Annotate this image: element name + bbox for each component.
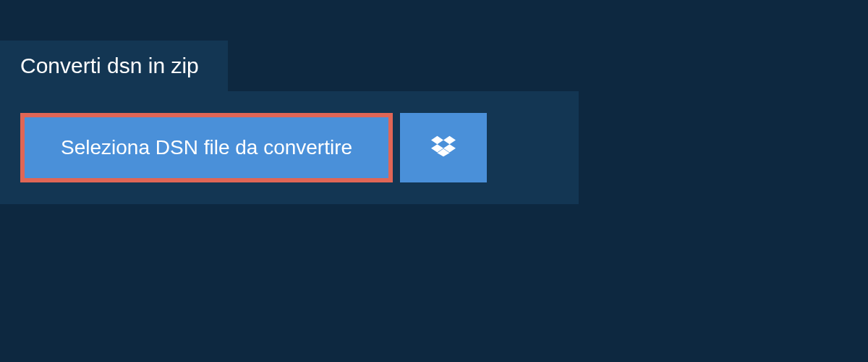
select-file-button[interactable]: Seleziona DSN file da convertire [20,113,393,182]
tab-label: Converti dsn in zip [20,54,199,77]
dropbox-icon [431,134,456,161]
dropbox-button[interactable] [400,113,487,182]
select-file-label: Seleziona DSN file da convertire [61,136,352,159]
content-panel: Seleziona DSN file da convertire [0,91,579,204]
tab-convert[interactable]: Converti dsn in zip [0,41,228,91]
